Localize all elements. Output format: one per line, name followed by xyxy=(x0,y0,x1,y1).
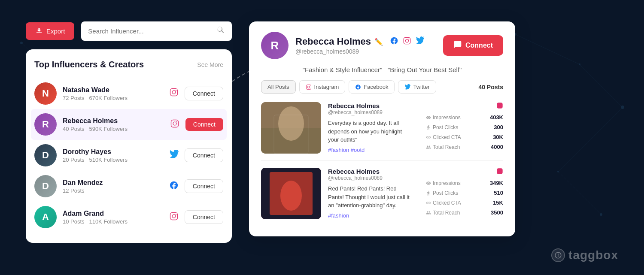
chat-icon xyxy=(453,40,462,51)
edit-icon[interactable]: ✏️ xyxy=(374,38,383,46)
influencer-meta-adam: 10 Posts 110K Followers xyxy=(63,218,163,225)
profile-bio: "Fashion & Style Influencer" "Bring Out … xyxy=(261,66,503,73)
influencer-name-dorothy: Dorothy Hayes xyxy=(63,148,163,156)
influencer-info-dan: Dan Mendez 12 Posts xyxy=(63,179,163,194)
instagram-icon-adam xyxy=(169,212,179,223)
posts-count: 40 Posts xyxy=(478,84,503,91)
search-bar xyxy=(81,21,232,41)
profile-avatar: R xyxy=(261,32,289,59)
influencer-info-rebecca: Rebecca Holmes 40 Posts 590K Followers xyxy=(63,117,164,132)
profile-header: R Rebecca Holmes ✏️ xyxy=(261,32,503,59)
taggbox-branding: taggbox xyxy=(551,248,618,262)
influencer-meta-rebecca: 40 Posts 590K Followers xyxy=(63,126,164,132)
taggbox-logo xyxy=(551,248,565,262)
tab-facebook[interactable]: Facebook xyxy=(349,80,395,94)
stat-clicked-cta-2: Clicked CTA 15K xyxy=(426,199,503,206)
main-container: Export Top Influencers & Creators See Mo… xyxy=(0,0,644,275)
stat-post-clicks-2: Post Clicks 510 xyxy=(426,190,503,196)
export-button[interactable]: Export xyxy=(26,22,74,40)
stat-post-clicks-1: Post Clicks 300 xyxy=(426,124,503,130)
influencer-list: Top Influencers & Creators See More N Na… xyxy=(26,49,232,243)
post-stats-1: Impressions 403K Post Clicks 300 xyxy=(426,102,503,154)
svg-point-32 xyxy=(280,181,302,211)
stat-total-reach-1: Total Reach 4000 xyxy=(426,144,503,150)
influencer-meta-dan: 12 Posts xyxy=(63,187,163,194)
influencer-info-dorothy: Dorothy Hayes 20 Posts 510K Followers xyxy=(63,148,163,163)
post-item-1: Rebecca Holmes @rebecca_holmes0089 Every… xyxy=(261,102,503,161)
post-content-2: Rebecca Holmes @rebecca_holmes0089 Red P… xyxy=(328,168,412,219)
influencer-row-natasha[interactable]: N Natasha Wade 72 Posts 670K Followers C… xyxy=(34,78,223,109)
connect-button-adam[interactable]: Connect xyxy=(185,210,223,224)
twitter-profile-icon[interactable] xyxy=(416,36,424,47)
instagram-profile-icon[interactable] xyxy=(403,36,411,47)
influencer-name-rebecca: Rebecca Holmes xyxy=(63,117,164,125)
twitter-icon-dorothy xyxy=(169,150,179,161)
list-title: Top Influencers & Creators xyxy=(34,60,144,70)
influencer-name-dan: Dan Mendez xyxy=(63,179,163,187)
connect-button-natasha[interactable]: Connect xyxy=(185,87,223,100)
profile-card: R Rebecca Holmes ✏️ xyxy=(249,21,515,236)
facebook-icon-dan xyxy=(169,181,179,192)
influencer-info-adam: Adam Grand 10 Posts 110K Followers xyxy=(63,210,163,225)
search-icon xyxy=(216,26,225,36)
connect-main-label: Connect xyxy=(465,42,493,49)
post-handle-2: @rebecca_holmes0089 xyxy=(328,175,412,181)
profile-handle: @rebecca_holmes0089 xyxy=(295,48,424,55)
tab-instagram[interactable]: Instagram xyxy=(299,80,346,94)
right-panel: R Rebecca Holmes ✏️ xyxy=(249,21,618,236)
facebook-profile-icon[interactable] xyxy=(390,36,398,47)
taggbox-text: taggbox xyxy=(568,248,618,262)
profile-name-area: Rebecca Holmes ✏️ xyxy=(295,36,424,55)
tab-twitter[interactable]: Twitter xyxy=(398,80,436,94)
left-panel: Export Top Influencers & Creators See Mo… xyxy=(26,21,232,243)
influencer-info-natasha: Natasha Wade 72 Posts 670K Followers xyxy=(63,86,163,101)
influencer-row-adam[interactable]: A Adam Grand 10 Posts 110K Followers Con… xyxy=(34,202,223,233)
instagram-icon-natasha xyxy=(169,88,179,100)
influencer-row-dorothy[interactable]: D Dorothy Hayes 20 Posts 510K Followers … xyxy=(34,140,223,171)
avatar-rebecca: R xyxy=(34,113,57,136)
see-more-link[interactable]: See More xyxy=(197,61,223,68)
profile-name: Rebecca Holmes ✏️ xyxy=(295,36,424,47)
stat-impressions-1: Impressions 403K xyxy=(426,114,503,121)
post-content-1: Rebecca Holmes @rebecca_holmes0089 Every… xyxy=(328,102,412,154)
download-icon xyxy=(35,27,43,36)
connect-button-rebecca[interactable]: Connect xyxy=(185,118,223,131)
post-author-2: Rebecca Holmes xyxy=(328,168,412,175)
post-thumbnail-1 xyxy=(261,102,321,154)
connect-main-button[interactable]: Connect xyxy=(443,35,503,56)
tab-all-posts[interactable]: All Posts xyxy=(261,80,296,94)
influencer-meta-natasha: 72 Posts 670K Followers xyxy=(63,95,163,101)
avatar-dorothy: D xyxy=(34,144,57,166)
connect-button-dan[interactable]: Connect xyxy=(185,179,223,193)
connect-button-dorothy[interactable]: Connect xyxy=(185,148,223,162)
stat-impressions-2: Impressions 349K xyxy=(426,180,503,186)
influencer-row-dan[interactable]: D Dan Mendez 12 Posts Connect xyxy=(34,171,223,202)
influencer-name-adam: Adam Grand xyxy=(63,210,163,218)
avatar-natasha: N xyxy=(34,82,57,105)
list-header: Top Influencers & Creators See More xyxy=(34,60,223,70)
post-item-2: Rebecca Holmes @rebecca_holmes0089 Red P… xyxy=(261,168,503,226)
export-label: Export xyxy=(46,27,65,35)
post-thumbnail-2 xyxy=(261,168,321,219)
avatar-dan: D xyxy=(34,175,57,197)
post-handle-1: @rebecca_holmes0089 xyxy=(328,109,412,115)
posts-tabs: All Posts Instagram Facebook Twitter 40 … xyxy=(261,80,503,94)
search-input[interactable] xyxy=(88,27,213,35)
toolbar: Export xyxy=(26,21,232,41)
influencer-meta-dorothy: 20 Posts 510K Followers xyxy=(63,157,163,163)
svg-point-28 xyxy=(278,106,304,141)
stat-clicked-cta-1: Clicked CTA 30K xyxy=(426,134,503,140)
post-tags-2: #fashion xyxy=(328,212,412,219)
post-text-1: Everyday is a good day. It all depends o… xyxy=(328,119,412,144)
influencer-row-rebecca[interactable]: R Rebecca Holmes 40 Posts 590K Followers… xyxy=(31,109,227,140)
post-author-1: Rebecca Holmes xyxy=(328,102,412,109)
influencer-name-natasha: Natasha Wade xyxy=(63,86,163,94)
avatar-adam: A xyxy=(34,206,57,228)
profile-left: R Rebecca Holmes ✏️ xyxy=(261,32,424,59)
post-stats-2: Impressions 349K Post Clicks 510 xyxy=(426,168,503,219)
stat-total-reach-2: Total Reach 3500 xyxy=(426,209,503,216)
instagram-icon-rebecca xyxy=(170,119,179,130)
post-text-2: Red Pants! Red Pants! Red Pants! Thought… xyxy=(328,184,412,210)
social-icons-row xyxy=(390,36,424,47)
post-tags-1: #fashion #ootd xyxy=(328,147,412,153)
